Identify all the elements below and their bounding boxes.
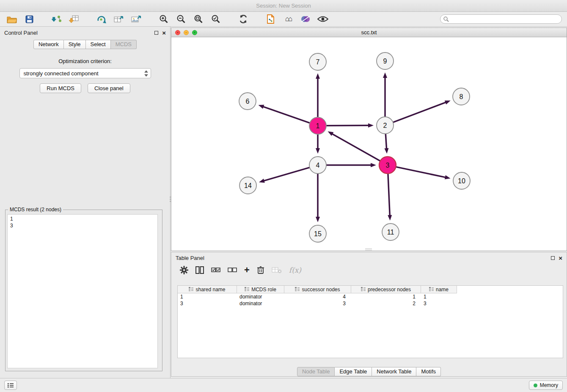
table-cell[interactable]: dominator xyxy=(237,300,284,307)
close-table-panel-icon[interactable]: × xyxy=(559,256,562,260)
node-8[interactable]: 8 xyxy=(453,88,470,105)
edge-1-4[interactable] xyxy=(316,135,320,154)
node-7[interactable]: 7 xyxy=(309,53,326,70)
import-table-from-file-icon[interactable] xyxy=(67,13,81,25)
zoom-out-icon[interactable] xyxy=(174,13,188,25)
control-panel-tabs: NetworkStyleSelectMCDS xyxy=(0,40,170,49)
column-header-mcds-role[interactable]: MCDS role xyxy=(237,286,284,293)
select-all-icon[interactable] xyxy=(211,267,220,273)
node-9[interactable]: 9 xyxy=(377,52,394,69)
node-table[interactable]: shared nameMCDS rolesuccessor nodesprede… xyxy=(177,285,563,358)
table-cell[interactable]: 3 xyxy=(284,300,351,307)
table-row[interactable]: 3dominator323 xyxy=(178,300,563,307)
search-input[interactable] xyxy=(440,14,562,24)
export-image-icon[interactable] xyxy=(129,13,143,25)
panel-resize-handle[interactable] xyxy=(169,195,171,203)
edge-1-7[interactable] xyxy=(316,73,320,117)
deselect-all-icon[interactable] xyxy=(228,267,237,273)
apply-style-icon[interactable] xyxy=(299,13,312,25)
node-11[interactable]: 11 xyxy=(382,224,399,240)
zoom-fit-icon[interactable] xyxy=(192,13,205,25)
zoom-in-icon[interactable] xyxy=(157,13,171,25)
node-4[interactable]: 4 xyxy=(309,157,326,174)
create-column-icon[interactable]: + xyxy=(244,266,250,274)
table-cell[interactable]: 3 xyxy=(421,300,457,307)
close-panel-icon[interactable]: × xyxy=(162,31,166,35)
edge-2-8[interactable] xyxy=(394,100,451,122)
column-header-predecessor-nodes[interactable]: predecessor nodes xyxy=(351,286,421,293)
close-panel-button[interactable]: Close panel xyxy=(88,83,130,93)
tab-mcds[interactable]: MCDS xyxy=(111,40,137,49)
new-network-icon[interactable] xyxy=(95,13,108,25)
criterion-select[interactable]: strongly connected component xyxy=(19,68,151,78)
memory-button[interactable]: Memory xyxy=(529,381,563,390)
edge-3-1[interactable] xyxy=(328,131,380,160)
column-header-successor-nodes[interactable]: successor nodes xyxy=(284,286,351,293)
edge-4-14[interactable] xyxy=(259,168,309,183)
import-network-from-file-icon[interactable] xyxy=(50,13,63,25)
edge-2-9[interactable] xyxy=(383,72,387,116)
table-row[interactable]: 1dominator411 xyxy=(178,293,563,300)
node-2[interactable]: 2 xyxy=(377,117,394,134)
function-builder-icon[interactable]: f(x) xyxy=(289,266,301,274)
edge-2-3[interactable] xyxy=(384,134,388,154)
minimize-window-icon[interactable]: − xyxy=(184,30,189,35)
network-window-titlebar[interactable]: × − + scc.txt xyxy=(171,28,567,37)
copy-network-icon[interactable] xyxy=(264,13,278,25)
window-resize-grip[interactable] xyxy=(365,248,372,250)
node-label: 1 xyxy=(316,122,320,130)
column-header-name[interactable]: name xyxy=(421,286,457,293)
control-panel-title: Control Panel xyxy=(4,30,38,36)
edge-4-15[interactable] xyxy=(316,174,320,222)
table-cell[interactable]: dominator xyxy=(237,293,284,300)
zoom-selected-icon[interactable] xyxy=(209,13,223,25)
table-settings-gear-icon[interactable] xyxy=(180,266,188,274)
save-session-icon[interactable] xyxy=(22,13,36,25)
open-session-icon[interactable] xyxy=(5,13,19,25)
node-14[interactable]: 14 xyxy=(239,177,256,194)
tab-style[interactable]: Style xyxy=(64,40,86,49)
table-cell[interactable]: 1 xyxy=(178,293,237,300)
tab-network[interactable]: Network xyxy=(33,40,64,49)
node-3[interactable]: 3 xyxy=(379,157,396,174)
edge-1-2[interactable] xyxy=(327,123,374,127)
float-panel-icon[interactable] xyxy=(154,31,158,35)
control-panel-header: Control Panel × xyxy=(0,27,170,38)
node-1[interactable]: 1 xyxy=(309,117,326,134)
maximize-window-icon[interactable]: + xyxy=(192,30,197,35)
table-cell[interactable]: 1 xyxy=(351,293,421,300)
node-6[interactable]: 6 xyxy=(239,93,256,110)
close-window-icon[interactable]: × xyxy=(175,30,180,35)
show-columns-icon[interactable] xyxy=(195,266,204,274)
edge-1-6[interactable] xyxy=(258,105,309,123)
edge-4-3[interactable] xyxy=(327,163,376,167)
show-hide-icon[interactable] xyxy=(316,13,330,25)
first-neighbors-icon[interactable]: ⌂⌂ xyxy=(281,13,295,25)
tab-select[interactable]: Select xyxy=(86,40,111,49)
column-sort-icon xyxy=(295,287,300,293)
tab-motifs[interactable]: Motifs xyxy=(416,367,441,376)
run-mcds-button[interactable]: Run MCDS xyxy=(40,83,81,93)
network-canvas[interactable]: 7968124314101511 xyxy=(171,37,567,251)
tab-edge-table[interactable]: Edge Table xyxy=(335,367,372,376)
float-table-panel-icon[interactable] xyxy=(551,256,555,260)
show-panels-button[interactable] xyxy=(4,381,17,390)
table-cell[interactable]: 4 xyxy=(284,293,351,300)
new-table-icon[interactable] xyxy=(112,13,126,25)
edge-3-11[interactable] xyxy=(388,174,392,221)
node-label: 14 xyxy=(244,182,252,189)
mcds-result-list[interactable]: 13 xyxy=(7,214,158,368)
apply-layout-icon[interactable] xyxy=(237,13,250,25)
tab-node-table[interactable]: Node Table xyxy=(297,367,335,376)
delete-column-icon[interactable] xyxy=(257,266,264,274)
table-cell[interactable]: 1 xyxy=(421,293,457,300)
table-cell[interactable]: 3 xyxy=(178,300,237,307)
edge-3-10[interactable] xyxy=(396,167,451,179)
tab-network-table[interactable]: Network Table xyxy=(372,367,416,376)
table-cell[interactable]: 2 xyxy=(351,300,421,307)
mcds-result-line: 1 xyxy=(10,215,155,222)
column-header-shared-name[interactable]: shared name xyxy=(178,286,237,293)
delete-table-icon[interactable] xyxy=(272,267,282,273)
node-10[interactable]: 10 xyxy=(453,172,470,189)
node-15[interactable]: 15 xyxy=(309,225,326,242)
